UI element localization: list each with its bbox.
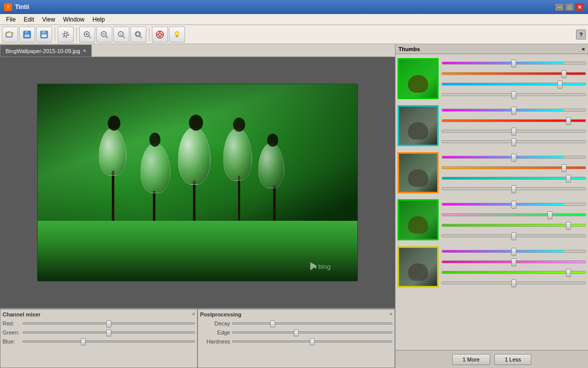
thumb-2-slider-4[interactable] <box>442 140 586 143</box>
thumb-2[interactable] <box>398 105 439 146</box>
thumb-1-slider-3[interactable] <box>442 83 586 86</box>
save-button[interactable] <box>36 27 52 43</box>
less-button[interactable]: 1 Less <box>494 354 531 365</box>
edge-slider-track[interactable] <box>232 331 393 333</box>
svg-marker-30 <box>310 262 316 270</box>
thumb-5-slider-4[interactable] <box>442 281 586 284</box>
thumb-3-slider-3-row <box>442 174 586 183</box>
hardness-slider-thumb[interactable] <box>310 338 315 345</box>
decay-slider-thumb[interactable] <box>270 320 275 327</box>
thumb-2-slider-3[interactable] <box>442 130 586 133</box>
save-as-button[interactable] <box>19 27 35 43</box>
thumb-4-slider-1-row <box>442 200 586 209</box>
thumb-5-slider-3-row <box>442 268 586 277</box>
main-layout: BingWallpaper-2015-10-09.jpg × <box>0 44 588 368</box>
menu-file[interactable]: File <box>2 15 20 24</box>
thumb-1[interactable] <box>398 58 439 99</box>
svg-rect-20 <box>136 33 139 36</box>
thumb-1-slider-2[interactable] <box>442 72 586 75</box>
thumb-row-4 <box>398 197 586 242</box>
menu-window[interactable]: Window <box>59 15 89 24</box>
blue-channel-row: Blue: <box>3 338 195 344</box>
maximize-button[interactable]: □ <box>565 3 574 11</box>
thumb-3-slider-1[interactable] <box>442 156 586 159</box>
thumbs-close-button[interactable]: × <box>582 46 585 52</box>
thumb-5[interactable] <box>398 246 439 287</box>
thumb-5-slider-2-row <box>442 257 586 266</box>
thumb-5-slider-1[interactable] <box>442 250 586 253</box>
left-area: BingWallpaper-2015-10-09.jpg × <box>0 44 395 368</box>
green-slider-thumb[interactable] <box>106 329 111 336</box>
thumb-1-slider-1[interactable] <box>442 62 586 65</box>
thumb-4[interactable] <box>398 199 439 240</box>
close-button[interactable]: ✕ <box>575 3 584 11</box>
zoom-in-button[interactable] <box>79 27 95 43</box>
thumb-4-slider-2[interactable] <box>442 213 586 216</box>
red-slider-thumb[interactable] <box>106 320 111 327</box>
svg-text:1: 1 <box>120 33 122 36</box>
context-help-button[interactable]: ? <box>576 30 586 40</box>
rescue-button[interactable] <box>152 27 168 43</box>
thumb-5-slider-2[interactable] <box>442 260 586 263</box>
zoom-fit-button[interactable] <box>130 27 146 43</box>
blue-slider-thumb[interactable] <box>81 338 86 345</box>
tab-close-button[interactable]: × <box>83 48 86 54</box>
thumb-2-slider-2[interactable] <box>442 119 586 122</box>
decay-slider-track[interactable] <box>232 322 393 324</box>
thumb-1-mini <box>399 60 437 98</box>
image-tab[interactable]: BingWallpaper-2015-10-09.jpg × <box>0 45 92 57</box>
thumb-4-slider-3[interactable] <box>442 224 586 227</box>
svg-point-8 <box>63 32 69 38</box>
red-slider-track[interactable] <box>23 322 195 324</box>
toolbar: 1 ? <box>0 25 588 44</box>
settings-button[interactable] <box>58 27 74 43</box>
green-label: Green: <box>3 329 21 335</box>
droptop-3 <box>189 115 203 131</box>
thumb-1-slider-1-row <box>442 59 586 68</box>
red-channel-row: Red: <box>3 320 195 326</box>
thumb-2-slider-1[interactable] <box>442 109 586 112</box>
svg-line-15 <box>106 36 108 38</box>
thumb-4-slider-4[interactable] <box>442 234 586 237</box>
bulb-button[interactable] <box>169 27 185 43</box>
red-label: Red: <box>3 320 21 326</box>
thumb-3[interactable] <box>398 152 439 193</box>
thumb-5-slider-3[interactable] <box>442 271 586 274</box>
thumb-4-slider-1[interactable] <box>442 203 586 206</box>
menu-help[interactable]: Help <box>89 15 109 24</box>
app-icon: T <box>4 3 12 11</box>
minimize-button[interactable]: ─ <box>555 3 564 11</box>
bing-watermark: bing <box>307 261 347 273</box>
thumb-1-slider-4[interactable] <box>442 93 586 96</box>
postprocessing-close[interactable]: × <box>389 311 393 317</box>
svg-rect-0 <box>6 33 12 37</box>
toolbar-separator-3 <box>149 28 149 42</box>
droptop-2 <box>149 133 160 147</box>
channel-mixer-close[interactable]: × <box>192 311 195 317</box>
channel-mixer-title: Channel mixer <box>3 311 195 317</box>
droptop-5 <box>267 134 278 147</box>
thumb-2-slider-3-row <box>442 127 586 136</box>
thumb-2-mini <box>399 107 437 145</box>
thumbs-header: Thumbs × <box>396 44 588 54</box>
blue-slider-track[interactable] <box>23 340 195 342</box>
thumb-5-slider-1-row <box>442 247 586 256</box>
zoom-out-button[interactable] <box>96 27 112 43</box>
menu-edit[interactable]: Edit <box>20 15 38 24</box>
thumb-3-slider-2[interactable] <box>442 166 586 169</box>
thumb-row-5 <box>398 244 586 289</box>
edge-slider-thumb[interactable] <box>294 329 299 336</box>
thumb-4-sliders <box>442 198 586 242</box>
green-slider-track[interactable] <box>23 331 195 333</box>
svg-point-23 <box>158 33 161 36</box>
thumb-3-slider-4[interactable] <box>442 187 586 190</box>
more-button[interactable]: 1 More <box>452 354 490 365</box>
zoom-reset-button[interactable]: 1 <box>113 27 129 43</box>
open-button[interactable] <box>2 27 18 43</box>
thumbs-content <box>396 54 588 350</box>
hardness-slider-track[interactable] <box>232 340 393 342</box>
edge-label: Edge <box>200 329 230 335</box>
thumb-3-slider-3[interactable] <box>442 177 586 180</box>
menu-view[interactable]: View <box>38 15 59 24</box>
thumb-2-slider-2-row <box>442 116 586 125</box>
